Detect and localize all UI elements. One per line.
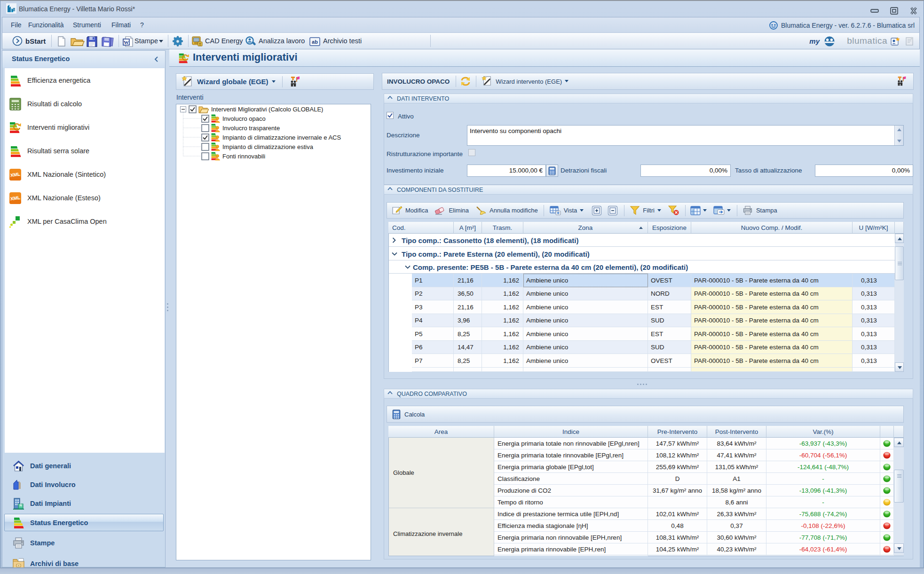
svg-text:ab: ab [312, 39, 318, 45]
svg-text:W: W [124, 39, 129, 45]
